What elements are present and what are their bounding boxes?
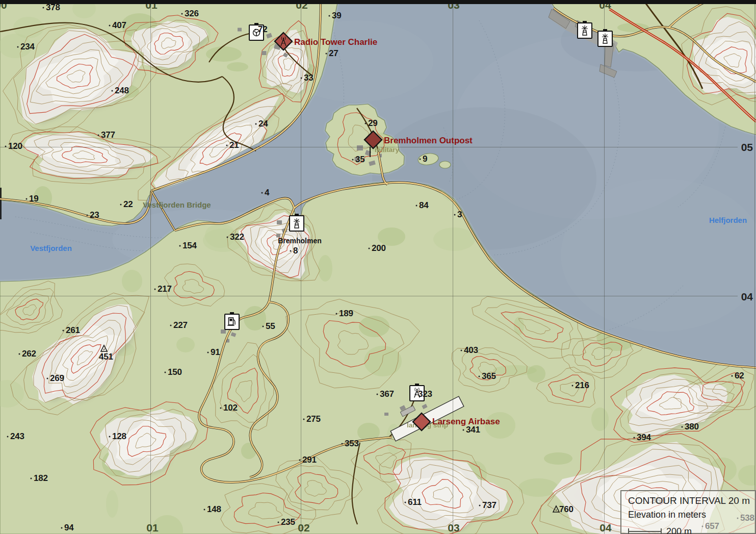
spot-elevation: 200 [372, 243, 386, 253]
spot-elevation: 189 [339, 309, 353, 318]
spot-elevation: 367 [380, 389, 394, 399]
spot-elevation: 234 [20, 42, 35, 52]
water-label: Helfjorden [709, 216, 747, 224]
spot-elevation: 19 [29, 194, 39, 204]
spot-elevation: 55 [266, 321, 275, 331]
vegetation-patch [176, 337, 195, 352]
spot-elevation: 322 [230, 232, 244, 242]
spot-elevation: 94 [64, 523, 74, 532]
spot-elevation: 262 [22, 349, 36, 359]
grid-label-bottom: 01 [146, 522, 159, 533]
lighthouse-icon [290, 214, 304, 231]
building [221, 329, 226, 334]
spot-elevation: 148 [207, 504, 221, 514]
peak-elevation: 451 [99, 352, 113, 362]
grid-label-bottom: 04 [599, 522, 612, 533]
spot-elevation: 380 [685, 422, 699, 431]
spot-elevation: 182 [34, 473, 48, 483]
spot-elevation: 365 [482, 371, 496, 381]
spot-elevation: 4 [265, 188, 270, 197]
vegetation-patch [544, 452, 572, 465]
spot-elevation: 128 [112, 431, 126, 441]
spot-elevation: 394 [637, 433, 651, 442]
building [262, 51, 267, 55]
spot-elevation: 216 [575, 380, 589, 390]
top-bar [0, 0, 756, 4]
vegetation-patch [318, 255, 332, 282]
spot-elevation: 407 [112, 20, 126, 30]
spot-elevation: 269 [50, 373, 64, 383]
building [238, 28, 242, 32]
spot-elevation: 72 [258, 24, 268, 34]
spot-elevation: 22 [123, 199, 133, 209]
lighthouse-icon [598, 29, 612, 46]
spot-elevation: 9 [423, 154, 427, 164]
spot-elevation: 353 [345, 439, 359, 448]
vegetation-patch [591, 408, 609, 431]
grid-label-bottom: 02 [298, 522, 309, 533]
marker-label: Bremholmen Outpost [384, 136, 473, 145]
spot-elevation: 39 [332, 11, 342, 20]
spot-elevation: 737 [482, 500, 497, 510]
water-label: Vestfjorden [30, 244, 72, 252]
spot-elevation: 611 [408, 497, 422, 507]
building [384, 413, 388, 416]
spot-elevation: 3 [457, 210, 462, 219]
spot-elevation: 235 [281, 517, 295, 527]
spot-elevation: 403 [464, 345, 478, 355]
spot-elevation: 248 [115, 86, 129, 95]
spot-elevation: 326 [185, 9, 199, 18]
spot-elevation: 23 [90, 210, 99, 220]
spot-elevation: 29 [368, 118, 378, 128]
legend-contour-interval: CONTOUR INTERVAL 20 m [628, 495, 755, 506]
fuel-station-icon [225, 312, 239, 329]
spot-elevation: 35 [355, 155, 365, 164]
spot-elevation: 323 [418, 389, 432, 399]
scale-bar [628, 528, 662, 534]
legend-panel: CONTOUR INTERVAL 20 m Elevation in meter… [620, 490, 756, 534]
spot-elevation: 102 [223, 403, 238, 413]
spot-elevation: 227 [173, 320, 188, 330]
spot-elevation: 154 [183, 241, 197, 250]
spot-elevation: 120 [8, 141, 22, 151]
spot-elevation: 291 [302, 455, 317, 465]
spot-elevation: 377 [101, 130, 115, 140]
spot-elevation: 24 [258, 119, 268, 129]
vegetation-patch [433, 227, 475, 251]
legend-elevation-note: Elevation in meters [628, 510, 755, 520]
spot-elevation: 27 [329, 48, 338, 58]
spot-elevation: 275 [306, 414, 321, 424]
vegetation-patch [359, 316, 389, 337]
place-label: Bremholmen [278, 237, 322, 245]
vegetation-patch [106, 490, 118, 518]
grid-label-bottom: 03 [448, 522, 459, 533]
spot-elevation: 217 [158, 284, 172, 294]
place-label: Vestfjorden Bridge [143, 200, 211, 209]
vegetation-patch [122, 270, 142, 292]
grid-label-right: 05 [741, 141, 753, 153]
vegetation-patch [527, 365, 545, 383]
spot-elevation: 62 [735, 371, 744, 380]
lighthouse-icon [578, 21, 592, 38]
vegetation-patch [518, 478, 558, 497]
spot-elevation: 84 [419, 200, 429, 210]
map-canvas[interactable]: militarylanding strip451760 378407326392… [0, 0, 756, 534]
spot-elevation: 150 [168, 367, 182, 377]
spot-elevation: 21 [229, 140, 239, 150]
spot-elevation: 91 [211, 347, 220, 357]
scale-bar-label: 200 m [666, 526, 692, 534]
grid-label-right: 04 [741, 291, 753, 302]
building [357, 145, 363, 150]
spot-elevation: 243 [10, 431, 24, 441]
spot-elevation: 33 [304, 73, 314, 83]
marker-label: Radio Tower Charlie [294, 37, 377, 47]
peak-elevation: 760 [559, 504, 573, 514]
marker-label: Larseng Airbase [432, 417, 500, 426]
vegetation-patch [241, 443, 256, 459]
vegetation-patch [227, 62, 248, 71]
marker-sublabel: military [375, 146, 400, 154]
building [277, 220, 282, 224]
spot-elevation: 8 [293, 246, 298, 256]
map-screen: militarylanding strip451760 378407326392… [0, 0, 756, 534]
spot-elevation: 261 [66, 325, 80, 335]
